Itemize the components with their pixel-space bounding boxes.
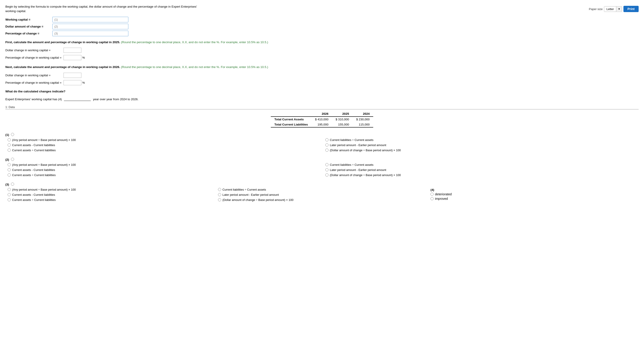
paper-size-select[interactable]: Letter ▼ <box>604 6 622 12</box>
radio-q1-current-assets-minus[interactable] <box>8 143 11 147</box>
option-label-1-current-assets-div: Current assets ÷ Current liabilities <box>12 149 56 152</box>
formula-row-working-capital: Working capital = <box>5 17 639 22</box>
calc-label-dollar-2025: Dollar change in working capital = <box>5 49 64 52</box>
calc-input-pct-2025[interactable] <box>64 55 82 60</box>
conclusion-blank-num: (4) <box>58 98 62 101</box>
option-group-3: (3) (Any period amount ÷ Base period amo… <box>5 183 639 202</box>
option-3-dollar-amount[interactable]: (Dollar amount of change ÷ Base period a… <box>218 198 424 202</box>
option-label-4-deteriorated: deteriorated <box>435 192 452 196</box>
table-cell-assets-2025: $ 310,000 <box>332 117 353 122</box>
calc-row-pct-2026: Percentage of change in working capital … <box>5 80 639 85</box>
radio-q4-improved[interactable] <box>430 197 434 200</box>
option-label-1-current-assets-minus: Current assets - Current liabilities <box>12 143 55 147</box>
radio-q3-later-period[interactable] <box>218 193 221 196</box>
radio-q2-current-assets-div[interactable] <box>8 173 11 177</box>
pct-unit-2025: % <box>82 56 85 59</box>
paper-size-area: Paper size Letter ▼ Print <box>589 6 639 12</box>
radio-q4-deteriorated[interactable] <box>430 193 434 196</box>
options-grid-3: (Any period amount ÷ Base period amount)… <box>5 188 424 202</box>
option-2-dollar-amount[interactable]: (Dollar amount of change ÷ Base period a… <box>325 173 639 177</box>
radio-q3-dollar-amount[interactable] <box>218 198 221 201</box>
option-2-current-assets-minus[interactable]: Current assets - Current liabilities <box>8 168 321 172</box>
option-1-current-assets-div[interactable]: Current assets ÷ Current liabilities <box>8 149 321 152</box>
option-label-4-improved: improved <box>435 197 448 200</box>
option-label-1-dollar-amount: (Dollar amount of change ÷ Base period a… <box>330 149 401 152</box>
option-2-any-period[interactable]: (Any period amount ÷ Base period amount)… <box>8 163 321 166</box>
option-2-later-period[interactable]: Later period amount - Earlier period amo… <box>325 168 639 172</box>
section-2026: Next, calculate the amount and percentag… <box>5 65 639 85</box>
formula-input-pct-change[interactable] <box>52 31 128 36</box>
calc-row-dollar-2025: Dollar change in working capital = <box>5 48 639 53</box>
option-label-1-later-period: Later period amount - Earlier period amo… <box>330 143 386 147</box>
radio-q2-current-assets-minus[interactable] <box>8 168 11 171</box>
data-table-wrapper: 2026 2025 2024 Total Current Assets $ 41… <box>5 111 639 128</box>
table-cell-liabilities-2026: 195,000 <box>312 122 332 127</box>
radio-q3-top[interactable] <box>11 183 14 186</box>
calc-input-dollar-2026[interactable] <box>64 73 82 78</box>
option-2-top[interactable] <box>11 158 14 161</box>
option-1-current-assets-minus[interactable]: Current assets - Current liabilities <box>8 143 321 147</box>
table-header-empty <box>271 111 312 117</box>
calc-input-pct-2026[interactable] <box>64 80 82 85</box>
option-3-current-assets-minus[interactable]: Current assets - Current liabilities <box>8 193 214 196</box>
radio-q3-current-assets-div[interactable] <box>8 198 11 201</box>
radio-q1-top[interactable] <box>11 133 14 136</box>
radio-q1-any-period[interactable] <box>8 138 11 141</box>
formula-input-dollar-change[interactable] <box>52 24 128 29</box>
table-row-current-liabilities: Total Current Liabilities 195,000 155,00… <box>271 122 373 127</box>
radio-q3-any-period[interactable] <box>8 188 11 191</box>
option-group-2: (2) (Any period amount ÷ Base period amo… <box>5 158 639 178</box>
option-1-later-period[interactable]: Later period amount - Earlier period amo… <box>325 143 639 147</box>
data-table: 2026 2025 2024 Total Current Assets $ 41… <box>271 111 373 128</box>
formula-section: Working capital = Dollar amount of chang… <box>5 17 639 36</box>
what-indicate-label: What do the calculated changes indicate? <box>5 90 639 93</box>
option-2-current-assets-div[interactable]: Current assets ÷ Current liabilities <box>8 173 321 177</box>
option-group-4: (4) deteriorated improved <box>424 188 639 202</box>
radio-q1-current-liab-div[interactable] <box>325 138 328 141</box>
option-1-any-period[interactable]: (Any period amount ÷ Base period amount)… <box>8 138 321 142</box>
header-bar: Begin by selecting the formula to comput… <box>5 5 639 14</box>
instruction-2025-note: (Round the percentage to one decimal pla… <box>121 41 268 44</box>
formula-input-working-capital[interactable] <box>52 17 128 22</box>
radio-q2-top[interactable] <box>11 158 14 161</box>
table-cell-label-liabilities: Total Current Liabilities <box>271 122 312 127</box>
radio-q2-any-period[interactable] <box>8 163 11 166</box>
option-4-deteriorated[interactable]: deteriorated <box>430 192 639 196</box>
option-3-top[interactable] <box>11 183 14 186</box>
calc-row-dollar-2026: Dollar change in working capital = <box>5 73 639 78</box>
options-grid-2: (Any period amount ÷ Base period amount)… <box>5 163 639 178</box>
radio-q2-dollar-amount[interactable] <box>325 173 328 177</box>
option-3-current-liab-div[interactable]: Current liabilities ÷ Current assets <box>218 188 424 191</box>
radio-q1-current-assets-div[interactable] <box>8 149 11 152</box>
calc-input-dollar-2025[interactable] <box>64 48 82 53</box>
option-2-current-liab-div[interactable]: Current liabilities ÷ Current assets <box>325 163 639 166</box>
option-1-top[interactable] <box>11 133 14 136</box>
print-button[interactable]: Print <box>624 6 639 12</box>
option-group-1: (1) (Any period amount ÷ Base period amo… <box>5 133 639 153</box>
table-cell-liabilities-2024: 115,000 <box>353 122 373 127</box>
option-4-improved[interactable]: improved <box>430 197 639 200</box>
radio-q1-later-period[interactable] <box>325 143 328 147</box>
radio-q3-current-assets-minus[interactable] <box>8 193 11 196</box>
radio-q2-current-liab-div[interactable] <box>325 163 328 166</box>
conclusion-suffix: year over year from 2024 to 2026. <box>93 98 138 101</box>
paper-size-value: Letter <box>604 7 616 12</box>
data-tab-label[interactable]: 1: Data <box>5 105 639 109</box>
option-label-2-dollar-amount: (Dollar amount of change ÷ Base period a… <box>330 173 401 177</box>
formula-row-pct-change: Percentage of change = <box>5 31 639 36</box>
option-3-current-assets-div[interactable]: Current assets ÷ Current liabilities <box>8 198 214 202</box>
option-label-3-dollar-amount: (Dollar amount of change ÷ Base period a… <box>222 198 294 202</box>
calc-label-pct-2026: Percentage of change in working capital … <box>5 81 64 84</box>
radio-q1-dollar-amount[interactable] <box>325 149 328 152</box>
options-section: (1) (Any period amount ÷ Base period amo… <box>5 133 639 202</box>
option-3-later-period[interactable]: Later period amount - Earlier period amo… <box>218 193 424 196</box>
pct-unit-2026: % <box>82 81 85 84</box>
option-label-3-current-assets-minus: Current assets - Current liabilities <box>12 193 55 196</box>
option-3-any-period[interactable]: (Any period amount ÷ Base period amount)… <box>8 188 214 191</box>
paper-size-dropdown-arrow[interactable]: ▼ <box>616 7 622 11</box>
option-1-current-liab-div[interactable]: Current liabilities ÷ Current assets <box>325 138 639 142</box>
radio-q2-later-period[interactable] <box>325 168 328 171</box>
options-grid-1: (Any period amount ÷ Base period amount)… <box>5 138 639 153</box>
radio-q3-current-liab-div[interactable] <box>218 188 221 191</box>
option-1-dollar-amount[interactable]: (Dollar amount of change ÷ Base period a… <box>325 149 639 152</box>
